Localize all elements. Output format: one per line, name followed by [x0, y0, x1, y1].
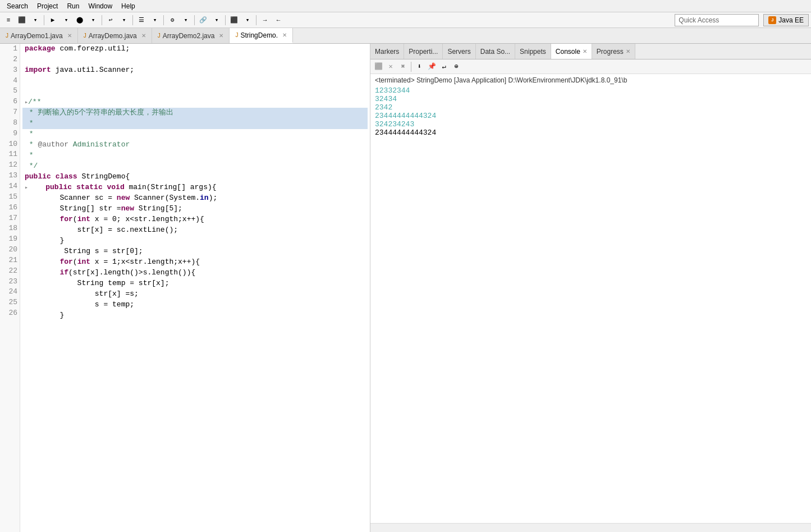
toolbar-btn-15[interactable]: ⬛ — [228, 14, 240, 26]
menu-window[interactable]: Window — [84, 1, 117, 11]
menu-search[interactable]: Search — [2, 1, 33, 11]
code-line-6[interactable]: ▸/** — [22, 97, 368, 108]
line-number-3: 3 — [2, 65, 17, 76]
code-content[interactable]: package com.forezp.util; import java.uti… — [20, 44, 370, 532]
console-btn-new[interactable]: ⊕ — [451, 61, 462, 72]
toolbar-btn-18[interactable]: ← — [272, 14, 285, 26]
toolbar-btn-13[interactable]: 🔗 — [197, 14, 209, 26]
tab-snippets[interactable]: Snippets — [515, 44, 551, 59]
code-line-7[interactable]: * 判断输入的5个字符串的最大长度，并输出 — [22, 108, 368, 118]
menu-help[interactable]: Help — [117, 1, 140, 11]
token: int — [77, 215, 90, 223]
line-number-20: 20 — [2, 245, 17, 255]
code-line-22[interactable]: if(str[x].length()>s.length()){ — [22, 268, 368, 278]
tab-close-4[interactable]: ✕ — [282, 32, 287, 38]
tab-close-2[interactable]: ✕ — [141, 33, 146, 39]
code-line-5[interactable] — [22, 86, 368, 97]
toolbar-btn-2[interactable]: ⬛ — [16, 14, 28, 26]
tab-close-1[interactable]: ✕ — [67, 33, 72, 39]
tab-console[interactable]: Console ✕ — [551, 44, 592, 59]
code-line-20[interactable]: String s = str[0]; — [22, 246, 368, 257]
toolbar-btn-1[interactable]: ≡ — [2, 14, 15, 26]
code-line-23[interactable]: String temp = str[x]; — [22, 278, 368, 289]
code-line-9[interactable]: * — [22, 129, 368, 140]
java-ee-button[interactable]: J Java EE — [763, 14, 809, 26]
code-line-17[interactable]: for(int x = 0; x<str.length;x++){ — [22, 214, 368, 225]
console-btn-scroll[interactable]: ⬇ — [414, 61, 425, 72]
code-line-15[interactable]: Scanner sc = new Scanner(System.in); — [22, 193, 368, 204]
console-btn-stop[interactable]: ⬛ — [373, 61, 384, 72]
toolbar-sep-7 — [256, 15, 256, 25]
token: str[x] =s; — [25, 290, 139, 298]
tab-progress-label: Progress — [597, 48, 624, 56]
toolbar-btn-5[interactable]: ⬤ — [74, 14, 86, 26]
toolbar-btn-4[interactable]: ▾ — [60, 14, 72, 26]
toolbar-btn-9[interactable]: ☰ — [135, 14, 148, 26]
line-number-25: 25 — [2, 297, 17, 308]
code-line-10[interactable]: * @author Administrator — [22, 140, 368, 150]
code-line-24[interactable]: str[x] =s; — [22, 289, 368, 300]
tab-datasource[interactable]: Data So... — [476, 44, 515, 59]
code-line-4[interactable] — [22, 76, 368, 86]
code-line-13[interactable]: public class StringDemo{ — [22, 172, 368, 182]
menu-project[interactable]: Project — [33, 1, 62, 11]
tab-java-icon-3: J — [158, 33, 161, 39]
console-btn-wrap[interactable]: ↵ — [438, 61, 450, 72]
toolbar-btn-7[interactable]: ↩ — [104, 14, 117, 26]
console-line-4: 324234243 — [375, 120, 807, 129]
code-line-3[interactable]: import java.util.Scanner; — [22, 65, 368, 76]
toolbar-btn-14[interactable]: ▾ — [210, 14, 223, 26]
console-btn-pin[interactable]: 📌 — [426, 61, 437, 72]
token: x = 1;x<str.length;x++){ — [90, 258, 200, 266]
java-ee-icon: J — [768, 16, 776, 24]
tab-java-icon-1: J — [6, 33, 8, 39]
toolbar-btn-11[interactable]: ⚙ — [166, 14, 178, 26]
code-line-11[interactable]: * — [22, 150, 368, 161]
toolbar-btn-12[interactable]: ▾ — [180, 14, 192, 26]
code-area[interactable]: 1234567891011121314151617181920212223242… — [0, 44, 370, 532]
console-btn-clear[interactable]: ✖ — [397, 61, 409, 72]
code-line-12[interactable]: */ — [22, 161, 368, 172]
tab-progress-close[interactable]: ✕ — [626, 48, 630, 54]
code-line-14[interactable]: ▸ public static void main(String[] args)… — [22, 182, 368, 193]
tab-close-3[interactable]: ✕ — [219, 33, 223, 39]
console-line-0: 12332344 — [375, 86, 807, 95]
code-line-18[interactable]: str[x] = sc.nextLine(); — [22, 225, 368, 236]
token: static — [76, 183, 103, 191]
code-line-8[interactable]: * — [22, 118, 368, 129]
tab-servers[interactable]: Servers — [443, 44, 475, 59]
code-line-16[interactable]: String[] str =new String[5]; — [22, 204, 368, 214]
console-line-2: 2342 — [375, 103, 807, 112]
token — [51, 172, 56, 181]
code-line-25[interactable]: s = temp; — [22, 300, 368, 310]
console-btn-remove[interactable]: ✕ — [385, 61, 396, 72]
code-line-1[interactable]: package com.forezp.util; — [22, 44, 368, 54]
code-line-21[interactable]: for(int x = 1;x<str.length;x++){ — [22, 257, 368, 268]
toolbar-btn-3[interactable]: ▶ — [47, 14, 59, 26]
tab-console-close[interactable]: ✕ — [583, 48, 587, 54]
tab-arraydemo1[interactable]: J ArrayDemo1.java ✕ — [0, 28, 78, 43]
toolbar-btn-arrow[interactable]: ▾ — [29, 14, 42, 26]
console-scrollbar[interactable] — [370, 523, 811, 532]
quick-access-input[interactable]: Quick Access — [675, 14, 759, 26]
toolbar-btn-16[interactable]: ▾ — [241, 14, 254, 26]
code-line-19[interactable]: } — [22, 236, 368, 246]
tab-properties[interactable]: Properti... — [404, 44, 443, 59]
tab-markers[interactable]: Markers — [370, 44, 404, 59]
code-line-26[interactable]: } — [22, 310, 368, 321]
toolbar-btn-6[interactable]: ▾ — [87, 14, 99, 26]
toolbar-btn-17[interactable]: → — [259, 14, 271, 26]
token: /** — [28, 98, 41, 106]
console-output: 1233234432434234223444444444324324234243… — [375, 86, 807, 137]
menu-run[interactable]: Run — [62, 1, 84, 11]
code-line-2[interactable] — [22, 54, 368, 65]
tab-progress[interactable]: Progress ✕ — [592, 44, 635, 59]
token: Administrator — [68, 140, 130, 149]
tab-snippets-label: Snippets — [520, 48, 546, 56]
tab-arraydemo2[interactable]: J ArrayDemo2.java ✕ — [152, 28, 230, 43]
toolbar-btn-10[interactable]: ▾ — [149, 14, 161, 26]
tab-arraydemo[interactable]: J ArrayDemo.java ✕ — [78, 28, 152, 43]
toolbar-btn-8[interactable]: ▾ — [118, 14, 130, 26]
token: String temp = str[x]; — [25, 279, 169, 287]
tab-stringdemo[interactable]: J StringDemo. ✕ — [230, 28, 293, 43]
